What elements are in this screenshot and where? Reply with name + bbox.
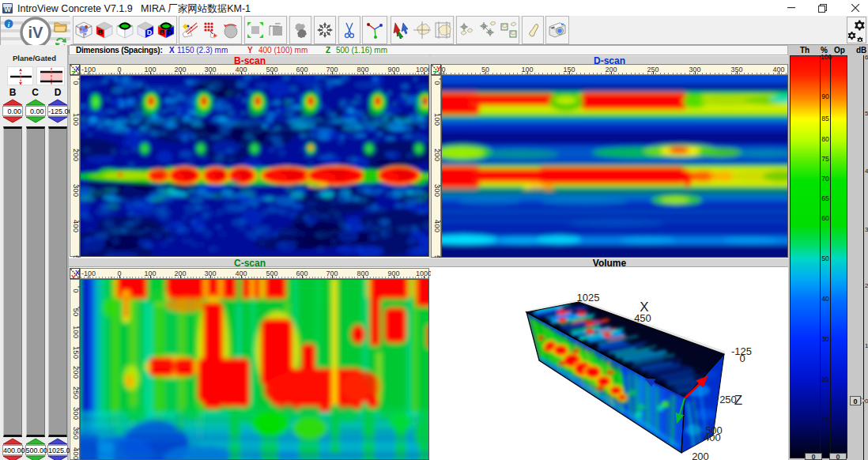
svg-text:50: 50 bbox=[72, 308, 81, 317]
svg-text:450: 450 bbox=[634, 312, 651, 324]
svg-text:B: B bbox=[98, 28, 104, 36]
svg-text:0: 0 bbox=[72, 288, 81, 292]
svg-text:D: D bbox=[168, 28, 173, 36]
svg-text:0: 0 bbox=[433, 81, 442, 85]
svg-text:0: 0 bbox=[72, 81, 81, 85]
svg-text:iV: iV bbox=[28, 24, 44, 41]
svg-text:Y: Y bbox=[71, 273, 76, 279]
svg-text:mm: mm bbox=[275, 21, 281, 25]
svg-text:Z: Z bbox=[71, 70, 76, 75]
svg-text:200: 200 bbox=[692, 451, 709, 460]
svg-text:Z: Z bbox=[432, 70, 437, 75]
svg-text:Z: Z bbox=[734, 393, 742, 408]
svg-text:400: 400 bbox=[704, 432, 721, 443]
svg-text:D: D bbox=[147, 28, 153, 36]
svg-text:W: W bbox=[4, 6, 11, 13]
svg-text:1025: 1025 bbox=[577, 292, 600, 304]
svg-text:B: B bbox=[160, 28, 165, 36]
svg-text:0: 0 bbox=[739, 353, 745, 364]
